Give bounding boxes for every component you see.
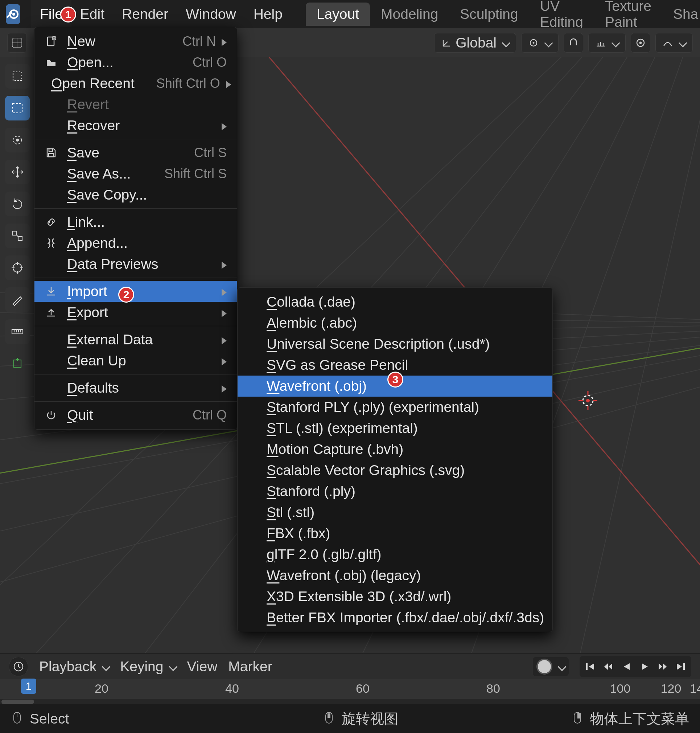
- import-alembic-abc[interactable]: Alembic (.abc): [238, 312, 552, 334]
- import-gltf-2-0-glb-gltf[interactable]: glTF 2.0 (.glb/.gltf): [238, 544, 552, 565]
- tool-transform-icon[interactable]: [5, 255, 30, 280]
- svg-rect-41: [13, 231, 17, 235]
- import-collada-dae[interactable]: Collada (.dae): [238, 291, 552, 312]
- statusbar-select: Select: [11, 711, 69, 727]
- import-scalable-vector-graphics-svg[interactable]: Scalable Vector Graphics (.svg): [238, 460, 552, 481]
- play-reverse-icon[interactable]: [618, 658, 635, 675]
- menu-item-shortcut: Shift Ctrl O: [135, 76, 220, 91]
- file-menu-external-data[interactable]: External Data: [34, 329, 237, 350]
- import-x3d-extensible-3d-x3d-wrl[interactable]: X3D Extensible 3D (.x3d/.wrl): [238, 586, 552, 607]
- import-fbx-fbx[interactable]: FBX (.fbx): [238, 523, 552, 544]
- play-icon[interactable]: [636, 658, 653, 675]
- file-menu-save[interactable]: SaveCtrl S: [34, 142, 237, 163]
- tool-cursor-icon[interactable]: [5, 128, 30, 152]
- tool-tweak-icon[interactable]: [5, 64, 30, 88]
- timeline-tick: 100: [610, 681, 631, 696]
- file-menu-save-as[interactable]: Save As...Shift Ctrl S: [34, 163, 237, 184]
- file-menu-open-recent[interactable]: Open RecentShift Ctrl O: [34, 73, 237, 94]
- tool-scale-icon[interactable]: [5, 224, 30, 248]
- menu-edit[interactable]: Edit: [71, 0, 113, 28]
- tool-measure-icon[interactable]: [5, 319, 30, 344]
- timeline-marker-menu[interactable]: Marker: [228, 659, 272, 674]
- tool-rotate-icon[interactable]: [5, 191, 30, 216]
- svg-rect-45: [12, 330, 23, 334]
- file-menu-recover[interactable]: Recover: [34, 115, 237, 136]
- annotation-badge-3: 3: [387, 372, 403, 387]
- file-menu-new[interactable]: NewCtrl N: [34, 31, 237, 52]
- workspace-tab-sha[interactable]: Sha: [662, 3, 700, 26]
- cursor-3d-icon: [578, 391, 597, 410]
- file-menu-link[interactable]: Link...: [34, 212, 237, 233]
- file-menu-quit[interactable]: QuitCtrl Q: [34, 405, 237, 425]
- workspace-tab-sculpting[interactable]: Sculpting: [449, 3, 529, 26]
- workspace-tab-layout[interactable]: Layout: [306, 3, 370, 26]
- svg-point-25: [12, 13, 15, 16]
- tool-add-icon[interactable]: [5, 351, 30, 376]
- status-bar: Select 旋转视图 物体上下文菜单: [0, 704, 700, 733]
- timeline-editor-icon[interactable]: [9, 657, 28, 676]
- file-menu-open[interactable]: Open...Ctrl O: [34, 52, 237, 73]
- import-better-fbx-importer-fbx-dae-obj-dxf-3ds[interactable]: Better FBX Importer (.fbx/.dae/.obj/.dxf…: [238, 607, 552, 628]
- pivot-dropdown[interactable]: [521, 33, 559, 53]
- blender-logo-icon[interactable]: [6, 4, 20, 24]
- proportional-falloff-dropdown[interactable]: [655, 33, 693, 53]
- submenu-arrow-icon: [222, 283, 227, 299]
- import-stanford-ply-ply-experimental[interactable]: Stanford PLY (.ply) (experimental): [238, 397, 552, 418]
- file-menu-clean-up[interactable]: Clean Up: [34, 350, 237, 371]
- keyframe-prev-icon[interactable]: [600, 658, 616, 675]
- snap-type-dropdown[interactable]: [588, 33, 626, 53]
- menu-item-label: Export: [67, 305, 108, 321]
- autokey-toggle[interactable]: [533, 657, 569, 676]
- timeline-tick: 60: [356, 681, 369, 696]
- submenu-arrow-icon: [222, 256, 227, 272]
- file-menu-data-previews[interactable]: Data Previews: [34, 254, 237, 275]
- tool-select-box-icon[interactable]: [5, 96, 30, 121]
- import-wavefront-obj-legacy[interactable]: Wavefront (.obj) (legacy): [238, 565, 552, 586]
- menu-render[interactable]: Render: [113, 0, 177, 28]
- menu-item-label: Append...: [67, 235, 128, 251]
- workspace-tab-texture-paint[interactable]: Texture Paint: [594, 3, 662, 26]
- timeline-view-menu[interactable]: View: [187, 659, 218, 674]
- timeline-playback-menu[interactable]: Playback: [39, 659, 109, 674]
- playhead-frame[interactable]: 1: [21, 679, 36, 694]
- menu-item-label: Wavefront (.obj): [266, 378, 367, 394]
- workspace-tab-modeling[interactable]: Modeling: [370, 3, 449, 26]
- tool-annotate-icon[interactable]: [5, 287, 30, 312]
- import-stanford-ply[interactable]: Stanford (.ply): [238, 481, 552, 502]
- menu-help[interactable]: Help: [245, 0, 291, 28]
- timeline-tick: 40: [225, 681, 239, 696]
- menu-item-label: Stanford (.ply): [266, 483, 356, 499]
- file-menu-revert: Revert: [34, 94, 237, 115]
- snap-toggle-icon[interactable]: [564, 33, 583, 53]
- tool-move-icon[interactable]: [5, 160, 30, 184]
- file-menu-defaults[interactable]: Defaults: [34, 377, 237, 399]
- import-stl-stl-experimental[interactable]: STL (.stl) (experimental): [238, 418, 552, 439]
- menu-item-label: Open Recent: [51, 75, 135, 91]
- import-motion-capture-bvh[interactable]: Motion Capture (.bvh): [238, 439, 552, 460]
- timeline-keying-label: Keying: [120, 659, 163, 674]
- file-menu-import[interactable]: Import: [34, 281, 237, 302]
- menu-item-label: Motion Capture (.bvh): [266, 441, 403, 457]
- file-menu-save-copy[interactable]: Save Copy...: [34, 184, 237, 205]
- import-stl-stl[interactable]: Stl (.stl): [238, 502, 552, 523]
- editor-type-icon[interactable]: [7, 33, 27, 53]
- menu-window[interactable]: Window: [177, 0, 245, 28]
- proportional-edit-icon[interactable]: [631, 33, 650, 53]
- submenu-arrow-icon: [222, 380, 227, 396]
- svg-rect-42: [18, 237, 22, 241]
- workspace-tab-uv-editing[interactable]: UV Editing: [529, 3, 594, 26]
- new-icon: [43, 35, 59, 47]
- jump-start-icon[interactable]: [582, 658, 599, 675]
- menu-item-shortcut: Shift Ctrl S: [143, 166, 227, 181]
- jump-end-icon[interactable]: [672, 658, 689, 675]
- file-menu-export[interactable]: Export: [34, 302, 237, 323]
- menu-item-label: Clean Up: [67, 353, 126, 369]
- file-menu-append[interactable]: Append...: [34, 233, 237, 254]
- menu-item-shortcut: Ctrl Q: [171, 408, 227, 423]
- menu-item-label: Link...: [67, 214, 105, 230]
- transform-orientation-dropdown[interactable]: Global: [434, 33, 516, 53]
- keyframe-next-icon[interactable]: [654, 658, 671, 675]
- timeline-ruler[interactable]: 1 20406080100120140: [0, 679, 700, 705]
- timeline-keying-menu[interactable]: Keying: [120, 659, 176, 674]
- import-universal-scene-description-usd[interactable]: Universal Scene Description (.usd*): [238, 334, 552, 355]
